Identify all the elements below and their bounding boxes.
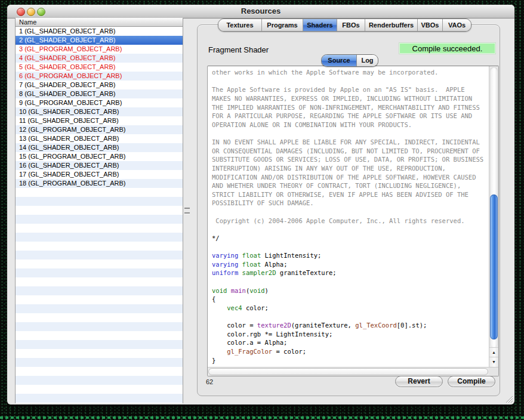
code-line: STRICT LIABILITY OR OTHERWISE, EVEN IF A… [212, 190, 489, 199]
horizontal-scroll-thumb[interactable] [208, 368, 488, 375]
revert-button[interactable]: Revert [395, 376, 443, 387]
code-line: Copyright (c) 2004-2006 Apple Computer, … [212, 217, 489, 226]
code-line: color.rgb *= LightIntensity; [212, 330, 489, 339]
compile-button[interactable]: Compile [448, 376, 495, 387]
title-bar[interactable]: Resources [7, 5, 514, 18]
resources-window: Resources Name 1 (GL_SHADER_OBJECT_ARB)2… [7, 5, 514, 404]
list-item[interactable]: 2 (GL_SHADER_OBJECT_ARB) [16, 36, 183, 45]
list-item[interactable]: 6 (GL_PROGRAM_OBJECT_ARB) [16, 72, 183, 81]
tab-programs[interactable]: Programs [261, 19, 303, 31]
compile-status-badge: Compile succeeded. [399, 42, 496, 54]
code-line: MODIFICATION AND/OR DISTRIBUTION OF THE … [212, 173, 489, 182]
code-line: { [212, 295, 489, 304]
code-line: THE IMPLIED WARRANTIES OF NON-INFRINGEME… [212, 103, 489, 112]
vertical-scroll-thumb[interactable] [490, 194, 498, 339]
code-line: The Apple Software is provided by Apple … [212, 85, 489, 94]
code-line [212, 129, 489, 138]
list-item[interactable]: 7 (GL_SHADER_OBJECT_ARB) [16, 81, 183, 89]
code-line: OPERATION ALONE OR IN COMBINATION WITH Y… [212, 121, 489, 129]
resource-list: Name 1 (GL_SHADER_OBJECT_ARB)2 (GL_SHADE… [15, 18, 183, 403]
list-item[interactable]: 12 (GL_PROGRAM_OBJECT_ARB) [16, 125, 183, 134]
code-line: gl_FragColor = color; [212, 347, 489, 356]
subtab-source[interactable]: Source [322, 55, 356, 66]
code-line [212, 208, 489, 217]
list-item[interactable]: 1 (GL_SHADER_OBJECT_ARB) [16, 27, 183, 36]
code-line [212, 277, 489, 286]
code-line: other works in which the Apple Software … [212, 68, 489, 77]
code-line: color.a = Alpha; [212, 338, 489, 347]
code-line: } [212, 356, 489, 365]
scrollbar-corner [489, 367, 498, 376]
shader-source-editor[interactable]: other works in which the Apple Software … [207, 66, 499, 376]
vertical-scrollbar[interactable]: ▲ ▼ [489, 66, 498, 367]
tab-textures[interactable]: Textures [218, 19, 261, 31]
code-line: vec4 color; [212, 304, 489, 313]
code-line: MAKES NO WARRANTIES, EXPRESS OR IMPLIED,… [212, 94, 489, 103]
list-item[interactable]: 18 (GL_PROGRAM_OBJECT_ARB) [16, 179, 183, 188]
list-item[interactable]: 5 (GL_SHADER_OBJECT_ARB) [16, 63, 183, 72]
list-item[interactable]: 11 (GL_SHADER_OBJECT_ARB) [16, 116, 183, 125]
list-item[interactable]: 10 (GL_SHADER_OBJECT_ARB) [16, 107, 183, 116]
code-line: void main(void) [212, 286, 489, 295]
code-line: IN NO EVENT SHALL APPLE BE LIABLE FOR AN… [212, 138, 489, 147]
code-line: AND WHETHER UNDER THEORY OF CONTRACT, TO… [212, 181, 489, 190]
horizontal-scrollbar[interactable] [208, 367, 489, 376]
list-column-header-name[interactable]: Name [16, 18, 183, 27]
list-item[interactable]: 17 (GL_SHADER_OBJECT_ARB) [16, 170, 183, 179]
resize-grip-icon[interactable] [505, 395, 513, 403]
list-item[interactable]: 15 (GL_PROGRAM_OBJECT_ARB) [16, 152, 183, 161]
code-line: OR CONSEQUENTIAL DAMAGES (INCLUDING, BUT… [212, 147, 489, 156]
code-line [212, 225, 489, 234]
code-line [212, 243, 489, 252]
code-line: SUBSTITUTE GOODS OR SERVICES; LOSS OF US… [212, 155, 489, 164]
code-line: */ [212, 234, 489, 243]
subtab-log[interactable]: Log [356, 55, 378, 66]
desktop-background: Resources Name 1 (GL_SHADER_OBJECT_ARB)2… [0, 0, 524, 420]
window-title: Resources [7, 5, 514, 18]
list-body[interactable]: 1 (GL_SHADER_OBJECT_ARB)2 (GL_SHADER_OBJ… [16, 27, 183, 403]
code-line: varying float Alpha; [212, 260, 489, 269]
resource-tab-bar: TexturesProgramsShadersFBOsRenderbuffers… [218, 18, 471, 32]
shader-type-label: Fragment Shader [208, 45, 269, 54]
list-item[interactable]: 3 (GL_PROGRAM_OBJECT_ARB) [16, 45, 183, 54]
code-line [212, 77, 489, 86]
code-line: color = texture2D(graniteTexture, gl_Tex… [212, 321, 489, 330]
list-item[interactable]: 9 (GL_PROGRAM_OBJECT_ARB) [16, 98, 183, 107]
code-line: FOR A PARTICULAR PURPOSE, REGARDING THE … [212, 112, 489, 121]
scroll-up-arrow-icon[interactable]: ▲ [489, 347, 498, 357]
list-item[interactable]: 16 (GL_SHADER_OBJECT_ARB) [16, 161, 183, 170]
tab-renderbuffers[interactable]: Renderbuffers [365, 19, 417, 31]
tab-vaos[interactable]: VAOs [442, 19, 471, 31]
splitter-grabber-icon[interactable] [184, 208, 190, 214]
list-item[interactable]: 13 (GL_SHADER_OBJECT_ARB) [16, 134, 183, 143]
scroll-down-arrow-icon[interactable]: ▼ [489, 357, 498, 367]
tab-fbos[interactable]: FBOs [337, 19, 365, 31]
code-line: varying float LightIntensity; [212, 251, 489, 260]
code-line: uniform sampler2D graniteTexture; [212, 268, 489, 277]
list-item[interactable]: 8 (GL_SHADER_OBJECT_ARB) [16, 89, 183, 98]
list-item[interactable]: 14 (GL_SHADER_OBJECT_ARB) [16, 143, 183, 152]
code-line: INTERRUPTION) ARISING IN ANY WAY OUT OF … [212, 164, 489, 173]
source-log-segmented-control: SourceLog [321, 54, 378, 67]
tab-vbos[interactable]: VBOs [417, 19, 442, 31]
list-item[interactable]: 4 (GL_SHADER_OBJECT_ARB) [16, 54, 183, 63]
shader-source-text[interactable]: other works in which the Apple Software … [208, 66, 489, 367]
shader-object-id: 62 [206, 378, 213, 385]
tab-shaders[interactable]: Shaders [303, 19, 337, 31]
code-line: POSSIBILITY OF SUCH DAMAGE. [212, 199, 489, 208]
code-line [212, 313, 489, 322]
